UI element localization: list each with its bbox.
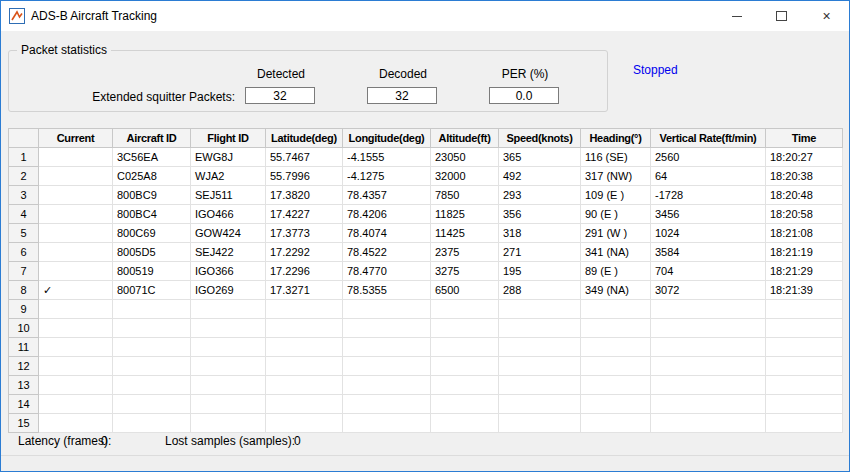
- table-cell[interactable]: 318: [499, 224, 581, 243]
- table-cell[interactable]: -4.1275: [343, 167, 431, 186]
- table-cell[interactable]: 492: [499, 167, 581, 186]
- table-cell[interactable]: 349 (NA): [581, 281, 651, 300]
- table-cell[interactable]: 116 (SE): [581, 148, 651, 167]
- table-cell[interactable]: 17.3271: [266, 281, 343, 300]
- table-cell[interactable]: [39, 395, 113, 414]
- table-row[interactable]: 15: [9, 414, 843, 433]
- table-cell[interactable]: [39, 338, 113, 357]
- table-cell[interactable]: 195: [499, 262, 581, 281]
- table-cell[interactable]: [581, 338, 651, 357]
- table-cell[interactable]: WJA2: [191, 167, 266, 186]
- table-cell[interactable]: 2560: [651, 148, 766, 167]
- table-cell[interactable]: [431, 395, 499, 414]
- row-number[interactable]: 12: [9, 357, 39, 376]
- table-cell[interactable]: 271: [499, 243, 581, 262]
- table-cell[interactable]: [431, 414, 499, 433]
- table-cell[interactable]: [39, 243, 113, 262]
- table-cell[interactable]: [499, 395, 581, 414]
- table-cell[interactable]: 23050: [431, 148, 499, 167]
- table-row[interactable]: 3800BC9SEJ51117.382078.43577850293109 (E…: [9, 186, 843, 205]
- table-cell[interactable]: 800BC4: [113, 205, 191, 224]
- table-row[interactable]: 4800BC4IGO46617.422778.42061182535690 (E…: [9, 205, 843, 224]
- table-cell[interactable]: [39, 224, 113, 243]
- table-cell[interactable]: 32000: [431, 167, 499, 186]
- table-cell[interactable]: 8005D5: [113, 243, 191, 262]
- table-cell[interactable]: 11825: [431, 205, 499, 224]
- row-number[interactable]: 9: [9, 300, 39, 319]
- table-cell[interactable]: [191, 357, 266, 376]
- table-cell[interactable]: 78.4770: [343, 262, 431, 281]
- table-cell[interactable]: GOW424: [191, 224, 266, 243]
- table-row[interactable]: 7800519IGO36617.229678.4770327519589 (E …: [9, 262, 843, 281]
- table-cell[interactable]: 18:20:27: [766, 148, 843, 167]
- row-number[interactable]: 4: [9, 205, 39, 224]
- table-cell[interactable]: ✓: [39, 281, 113, 300]
- table-cell[interactable]: 800C69: [113, 224, 191, 243]
- table-cell[interactable]: [581, 395, 651, 414]
- table-cell[interactable]: [39, 357, 113, 376]
- table-row[interactable]: 14: [9, 395, 843, 414]
- table-cell[interactable]: SEJ422: [191, 243, 266, 262]
- table-cell[interactable]: C025A8: [113, 167, 191, 186]
- table-cell[interactable]: 80071C: [113, 281, 191, 300]
- table-cell[interactable]: [766, 300, 843, 319]
- table-row[interactable]: 13: [9, 376, 843, 395]
- close-button[interactable]: ×: [804, 1, 849, 31]
- table-cell[interactable]: [113, 319, 191, 338]
- table-cell[interactable]: 18:20:38: [766, 167, 843, 186]
- table-cell[interactable]: SEJ511: [191, 186, 266, 205]
- table-cell[interactable]: [113, 376, 191, 395]
- table-cell[interactable]: [766, 376, 843, 395]
- table-cell[interactable]: 17.3820: [266, 186, 343, 205]
- table-cell[interactable]: 18:21:19: [766, 243, 843, 262]
- row-number[interactable]: 7: [9, 262, 39, 281]
- table-cell[interactable]: [39, 167, 113, 186]
- per-field[interactable]: [489, 87, 559, 104]
- row-number[interactable]: 11: [9, 338, 39, 357]
- table-cell[interactable]: [266, 414, 343, 433]
- table-cell[interactable]: [581, 414, 651, 433]
- table-cell[interactable]: [343, 414, 431, 433]
- row-number[interactable]: 2: [9, 167, 39, 186]
- row-number[interactable]: 14: [9, 395, 39, 414]
- table-cell[interactable]: 78.4522: [343, 243, 431, 262]
- table-cell[interactable]: [431, 338, 499, 357]
- table-cell[interactable]: [431, 376, 499, 395]
- table-cell[interactable]: 704: [651, 262, 766, 281]
- table-cell[interactable]: [766, 357, 843, 376]
- table-cell[interactable]: 55.7467: [266, 148, 343, 167]
- row-number[interactable]: 13: [9, 376, 39, 395]
- table-cell[interactable]: 317 (NW): [581, 167, 651, 186]
- table-cell[interactable]: EWG8J: [191, 148, 266, 167]
- table-cell[interactable]: 18:21:39: [766, 281, 843, 300]
- table-cell[interactable]: [39, 186, 113, 205]
- table-cell[interactable]: [651, 300, 766, 319]
- table-cell[interactable]: [191, 414, 266, 433]
- table-cell[interactable]: [39, 319, 113, 338]
- table-cell[interactable]: 356: [499, 205, 581, 224]
- decoded-field[interactable]: [367, 87, 437, 104]
- table-cell[interactable]: 17.3773: [266, 224, 343, 243]
- table-cell[interactable]: 3456: [651, 205, 766, 224]
- table-cell[interactable]: [191, 395, 266, 414]
- table-cell[interactable]: [766, 414, 843, 433]
- table-cell[interactable]: [343, 376, 431, 395]
- table-cell[interactable]: -1728: [651, 186, 766, 205]
- table-cell[interactable]: [191, 300, 266, 319]
- table-cell[interactable]: [343, 395, 431, 414]
- table-row[interactable]: 68005D5SEJ42217.229278.45222375271341 (N…: [9, 243, 843, 262]
- table-row[interactable]: 8✓80071CIGO26917.327178.53556500288349 (…: [9, 281, 843, 300]
- table-cell[interactable]: 78.4357: [343, 186, 431, 205]
- table-cell[interactable]: [343, 319, 431, 338]
- table-cell[interactable]: [39, 414, 113, 433]
- table-cell[interactable]: 3072: [651, 281, 766, 300]
- table-cell[interactable]: [266, 376, 343, 395]
- table-cell[interactable]: [499, 319, 581, 338]
- table-cell[interactable]: 109 (E ): [581, 186, 651, 205]
- row-number[interactable]: 1: [9, 148, 39, 167]
- table-cell[interactable]: 11425: [431, 224, 499, 243]
- table-cell[interactable]: 78.4074: [343, 224, 431, 243]
- table-cell[interactable]: [266, 319, 343, 338]
- table-cell[interactable]: 7850: [431, 186, 499, 205]
- table-cell[interactable]: 3275: [431, 262, 499, 281]
